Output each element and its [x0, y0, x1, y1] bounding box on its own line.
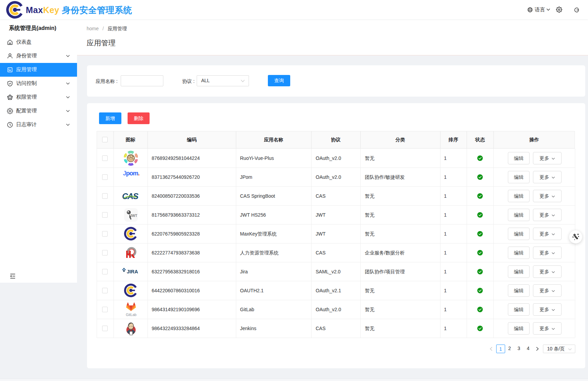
svg-text:JWT: JWT	[130, 214, 137, 217]
svg-text:GitLab: GitLab	[126, 313, 137, 317]
svg-text:JIRA: JIRA	[127, 269, 138, 274]
